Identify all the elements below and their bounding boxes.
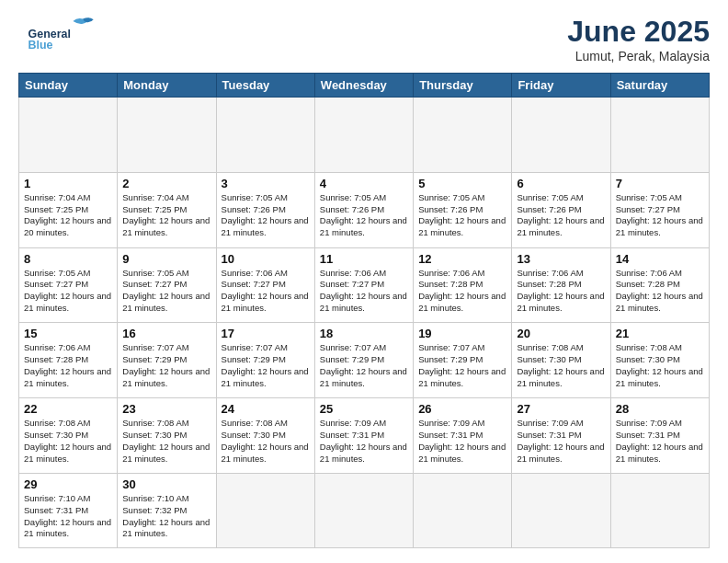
daylight: Daylight: 12 hours and 21 minutes. [122,517,210,539]
sunrise: Sunrise: 7:05 AM [616,192,682,202]
day-info: Sunrise: 7:07 AMSunset: 7:29 PMDaylight:… [320,342,408,389]
day-number: 12 [418,252,506,266]
table-cell: 12Sunrise: 7:06 AMSunset: 7:28 PMDayligh… [414,247,512,323]
table-cell: 16Sunrise: 7:07 AMSunset: 7:29 PMDayligh… [118,323,216,398]
day-info: Sunrise: 7:04 AMSunset: 7:25 PMDaylight:… [122,192,210,239]
sunrise: Sunrise: 7:08 AM [222,418,288,428]
table-cell: 13Sunrise: 7:06 AMSunset: 7:28 PMDayligh… [512,247,610,323]
table-cell: 30Sunrise: 7:10 AMSunset: 7:32 PMDayligh… [118,473,216,547]
sunset: Sunset: 7:28 PM [24,354,88,364]
sunset: Sunset: 7:29 PM [320,354,384,364]
week-row-1: 1Sunrise: 7:04 AMSunset: 7:25 PMDaylight… [19,172,710,247]
sunset: Sunset: 7:26 PM [222,204,286,214]
table-cell: 24Sunrise: 7:08 AMSunset: 7:30 PMDayligh… [216,398,314,474]
day-number: 2 [122,177,210,190]
sunrise: Sunrise: 7:10 AM [24,493,90,503]
table-cell: 2Sunrise: 7:04 AMSunset: 7:25 PMDaylight… [118,172,216,247]
daylight: Daylight: 12 hours and 21 minutes. [418,366,506,388]
day-number: 29 [24,477,112,491]
day-number: 28 [616,402,704,416]
day-info: Sunrise: 7:04 AMSunset: 7:25 PMDaylight:… [24,192,112,239]
daylight: Daylight: 12 hours and 21 minutes. [24,291,111,313]
week-row-3: 15Sunrise: 7:06 AMSunset: 7:28 PMDayligh… [19,323,710,398]
day-info: Sunrise: 7:08 AMSunset: 7:30 PMDaylight:… [24,418,112,465]
day-info: Sunrise: 7:05 AMSunset: 7:26 PMDaylight:… [222,192,310,239]
col-saturday: Saturday [610,74,709,98]
day-info: Sunrise: 7:06 AMSunset: 7:28 PMDaylight:… [616,268,704,315]
daylight: Daylight: 12 hours and 21 minutes. [616,366,703,388]
daylight: Daylight: 12 hours and 21 minutes. [616,442,703,464]
sunset: Sunset: 7:26 PM [418,204,483,214]
col-thursday: Thursday [414,74,512,98]
col-wednesday: Wednesday [314,74,413,98]
day-info: Sunrise: 7:06 AMSunset: 7:28 PMDaylight:… [24,342,112,389]
day-number: 20 [517,327,605,340]
table-cell: 21Sunrise: 7:08 AMSunset: 7:30 PMDayligh… [610,323,709,398]
table-cell [118,98,216,173]
table-cell: 6Sunrise: 7:05 AMSunset: 7:26 PMDaylight… [512,172,610,247]
table-cell: 23Sunrise: 7:08 AMSunset: 7:30 PMDayligh… [118,398,216,474]
day-number: 17 [222,327,310,340]
day-number: 23 [122,402,210,416]
table-cell: 17Sunrise: 7:07 AMSunset: 7:29 PMDayligh… [216,323,314,398]
table-cell: 11Sunrise: 7:06 AMSunset: 7:27 PMDayligh… [314,247,413,323]
day-info: Sunrise: 7:05 AMSunset: 7:27 PMDaylight:… [122,268,210,315]
table-cell: 20Sunrise: 7:08 AMSunset: 7:30 PMDayligh… [512,323,610,398]
day-info: Sunrise: 7:05 AMSunset: 7:26 PMDaylight:… [418,192,506,239]
sunrise: Sunrise: 7:06 AM [517,268,583,278]
day-number: 15 [24,327,112,340]
sunset: Sunset: 7:31 PM [418,430,483,440]
sunrise: Sunrise: 7:09 AM [320,418,386,428]
sunrise: Sunrise: 7:04 AM [24,192,90,202]
sunset: Sunset: 7:29 PM [122,354,187,364]
sunset: Sunset: 7:29 PM [222,354,286,364]
sunrise: Sunrise: 7:05 AM [517,192,583,202]
sunset: Sunset: 7:30 PM [122,430,187,440]
sunset: Sunset: 7:28 PM [517,279,581,289]
sunset: Sunset: 7:25 PM [24,204,88,214]
daylight: Daylight: 12 hours and 21 minutes. [24,442,111,464]
daylight: Daylight: 12 hours and 21 minutes. [320,442,407,464]
day-info: Sunrise: 7:07 AMSunset: 7:29 PMDaylight:… [122,342,210,389]
day-info: Sunrise: 7:05 AMSunset: 7:27 PMDaylight:… [24,268,112,315]
sunrise: Sunrise: 7:07 AM [222,342,288,352]
daylight: Daylight: 12 hours and 21 minutes. [320,291,407,313]
daylight: Daylight: 12 hours and 21 minutes. [122,366,210,388]
table-cell: 8Sunrise: 7:05 AMSunset: 7:27 PMDaylight… [19,247,118,323]
day-number: 5 [418,177,506,190]
day-number: 24 [222,402,310,416]
sunrise: Sunrise: 7:08 AM [122,418,188,428]
daylight: Daylight: 12 hours and 21 minutes. [122,442,210,464]
week-row-0 [19,98,710,173]
day-number: 26 [418,402,506,416]
table-cell [19,98,118,173]
week-row-2: 8Sunrise: 7:05 AMSunset: 7:27 PMDaylight… [19,247,710,323]
table-cell: 18Sunrise: 7:07 AMSunset: 7:29 PMDayligh… [314,323,413,398]
sunset: Sunset: 7:31 PM [616,430,680,440]
title-section: June 2025 Lumut, Perak, Malaysia [567,15,710,63]
daylight: Daylight: 12 hours and 21 minutes. [418,215,506,237]
sunrise: Sunrise: 7:05 AM [24,268,90,278]
table-cell: 22Sunrise: 7:08 AMSunset: 7:30 PMDayligh… [19,398,118,474]
table-cell: 9Sunrise: 7:05 AMSunset: 7:27 PMDaylight… [118,247,216,323]
day-number: 8 [24,252,112,266]
daylight: Daylight: 12 hours and 20 minutes. [24,215,111,237]
day-info: Sunrise: 7:08 AMSunset: 7:30 PMDaylight:… [616,342,704,389]
logo: General Blue [18,15,119,52]
sunset: Sunset: 7:31 PM [24,505,88,515]
day-info: Sunrise: 7:08 AMSunset: 7:30 PMDaylight:… [222,418,310,465]
sunset: Sunset: 7:27 PM [616,204,680,214]
day-number: 6 [517,177,605,190]
sunrise: Sunrise: 7:06 AM [320,268,386,278]
day-info: Sunrise: 7:09 AMSunset: 7:31 PMDaylight:… [517,418,605,465]
header-row: Sunday Monday Tuesday Wednesday Thursday… [19,74,710,98]
day-info: Sunrise: 7:10 AMSunset: 7:31 PMDaylight:… [24,493,112,540]
day-number: 22 [24,402,112,416]
sunset: Sunset: 7:27 PM [122,279,187,289]
day-info: Sunrise: 7:06 AMSunset: 7:27 PMDaylight:… [222,268,310,315]
day-info: Sunrise: 7:05 AMSunset: 7:27 PMDaylight:… [616,192,704,239]
table-cell [610,473,709,547]
sunrise: Sunrise: 7:05 AM [320,192,386,202]
calendar-subtitle: Lumut, Perak, Malaysia [567,49,710,63]
col-friday: Friday [512,74,610,98]
